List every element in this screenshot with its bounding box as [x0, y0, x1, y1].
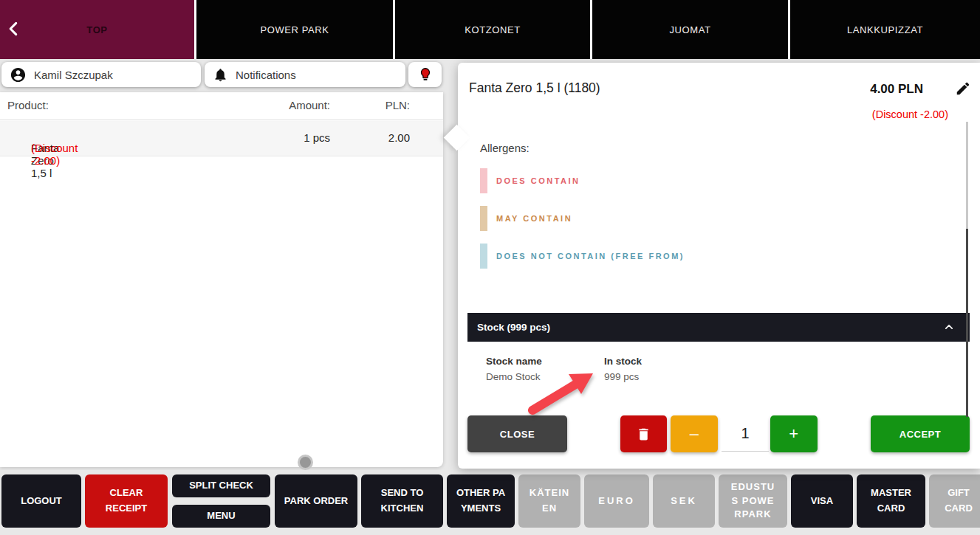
- receipt-header-row: Product: Amount: PLN:: [0, 92, 443, 120]
- allergen-label: DOES NOT CONTAIN (FREE FROM): [496, 252, 685, 260]
- receipt-row-fanta[interactable]: Fanta Zero 1,5 l (Discount -2.00) 1 pcs …: [0, 121, 443, 156]
- notifications-label: Notifications: [236, 69, 296, 81]
- tab-top[interactable]: TOP: [0, 0, 194, 59]
- split-check-button[interactable]: SPLIT CHECK: [172, 474, 270, 497]
- allergen-does-contain: DOES CONTAIN: [480, 168, 580, 193]
- allergen-color-bar: [480, 244, 487, 269]
- other-payments-button[interactable]: OTHER PAYMENTS: [447, 474, 515, 528]
- touch-indicator-dot: [298, 455, 313, 470]
- gift-card-button[interactable]: GIFT CARD: [929, 474, 980, 528]
- kateinen-button[interactable]: KÄTEINEN: [518, 474, 580, 528]
- allergens-label: Allergens:: [480, 142, 530, 154]
- logout-button[interactable]: LOGOUT: [1, 474, 81, 528]
- send-to-kitchen-button[interactable]: SEND TO KITCHEN: [361, 474, 443, 528]
- allergen-label: MAY CONTAIN: [496, 214, 572, 223]
- tab-label: TOP: [86, 24, 107, 35]
- in-stock-label: In stock: [604, 356, 642, 367]
- master-card-button[interactable]: MASTER CARD: [857, 474, 925, 528]
- column-amount: Amount:: [289, 99, 330, 111]
- tab-juomat[interactable]: JUOMAT: [592, 0, 788, 59]
- euro-button[interactable]: EURO: [584, 474, 649, 528]
- allergen-label: DOES CONTAIN: [496, 176, 580, 185]
- stock-header-label: Stock (999 pcs): [477, 322, 550, 333]
- quantity-decrease-button[interactable]: –: [671, 415, 718, 452]
- user-button[interactable]: Kamil Szczupak: [1, 62, 201, 87]
- chevron-up-icon: [942, 320, 956, 334]
- chevron-left-icon[interactable]: [4, 19, 24, 38]
- tab-kotzonet[interactable]: KOTZONET: [395, 0, 590, 59]
- tab-power-park[interactable]: POWER PARK: [196, 0, 393, 59]
- delete-item-button[interactable]: [620, 415, 667, 452]
- close-button[interactable]: CLOSE: [467, 415, 567, 452]
- sek-button[interactable]: SEK: [653, 474, 715, 528]
- stock-name-value: Demo Stock: [486, 371, 541, 382]
- user-avatar-icon: [10, 66, 27, 83]
- quantity-increase-button[interactable]: +: [770, 415, 818, 452]
- visa-button[interactable]: VISA: [791, 474, 853, 528]
- allergen-does-not-contain: DOES NOT CONTAIN (FREE FROM): [480, 244, 685, 269]
- dialog-title: Fanta Zero 1,5 l (1180): [469, 80, 600, 96]
- park-order-button[interactable]: PARK ORDER: [275, 474, 357, 528]
- quantity-input[interactable]: [722, 415, 769, 452]
- bell-icon: [213, 67, 228, 83]
- tab-label: LANKKUPIZZAT: [847, 24, 923, 35]
- dialog-scrollbar-thumb[interactable]: [966, 229, 968, 417]
- pos-app: TOP POWER PARK KOTZONET JUOMAT LANKKUPIZ…: [0, 0, 980, 535]
- product-amount: 1 pcs: [304, 131, 330, 144]
- product-dialog: Fanta Zero 1,5 l (1180) 4.00 PLN (Discou…: [458, 63, 980, 469]
- tab-label: KOTZONET: [465, 24, 521, 35]
- notifications-button[interactable]: Notifications: [205, 62, 405, 87]
- allergen-color-bar: [480, 206, 487, 231]
- edit-price-icon[interactable]: [955, 80, 971, 97]
- product-discount: (Discount -2.00): [31, 142, 78, 167]
- tab-label: POWER PARK: [260, 24, 329, 35]
- stock-section-header[interactable]: Stock (999 pcs): [467, 313, 970, 342]
- receipt-panel: Product: Amount: PLN: Fanta Zero 1,5 l (…: [0, 92, 443, 467]
- tab-lankkupizzat[interactable]: LANKKUPIZZAT: [790, 0, 980, 59]
- dialog-price: 4.00 PLN: [870, 82, 923, 97]
- user-name: Kamil Szczupak: [34, 69, 113, 81]
- in-stock-value: 999 pcs: [604, 371, 639, 382]
- column-pln: PLN:: [386, 99, 410, 111]
- trash-icon: [636, 427, 651, 442]
- tab-label: JUOMAT: [669, 24, 710, 35]
- column-product: Product:: [7, 99, 49, 111]
- lightbulb-icon: [417, 66, 434, 83]
- stock-name-label: Stock name: [486, 356, 542, 367]
- bottom-toolbar: LOGOUT CLEAR RECEIPT SPLIT CHECK MENU PA…: [0, 470, 980, 535]
- lightbulb-button[interactable]: [408, 62, 442, 87]
- allergen-may-contain: MAY CONTAIN: [480, 206, 572, 231]
- edustus-powerpark-button[interactable]: EDUSTUS POWERPARK: [719, 474, 787, 528]
- menu-button[interactable]: MENU: [172, 505, 270, 528]
- accept-button[interactable]: ACCEPT: [871, 415, 970, 452]
- dialog-discount: (Discount -2.00): [872, 108, 948, 120]
- clear-receipt-button[interactable]: CLEAR RECEIPT: [85, 474, 168, 528]
- category-tabbar: TOP POWER PARK KOTZONET JUOMAT LANKKUPIZ…: [0, 0, 980, 59]
- product-price: 2.00: [388, 131, 410, 144]
- allergen-color-bar: [480, 168, 487, 193]
